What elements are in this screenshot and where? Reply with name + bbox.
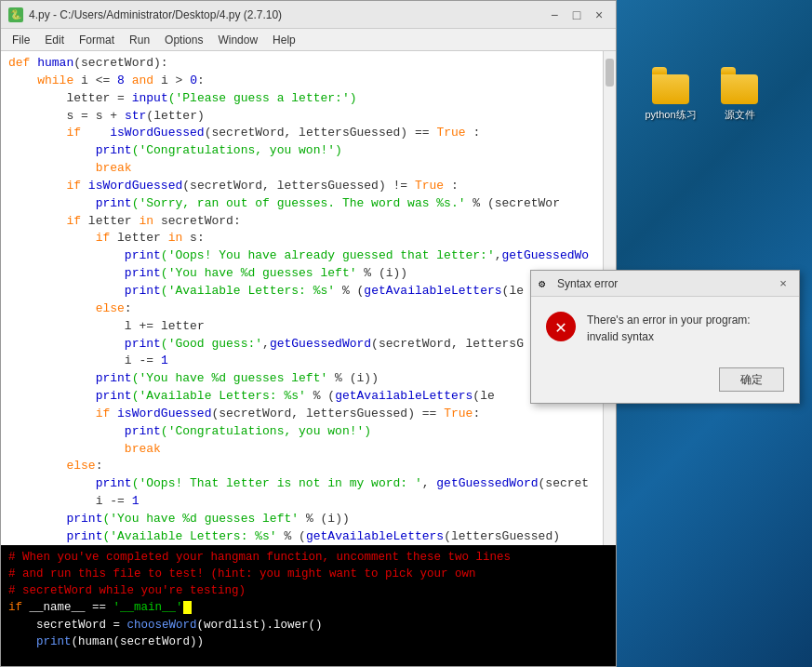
dialog-close-button[interactable]: × <box>775 275 792 292</box>
desktop-icon-python[interactable]: python练习 <box>638 74 703 122</box>
code-content[interactable]: def human(secretWord): while i <= 8 and … <box>1 51 603 545</box>
code-line-13: print('You have %d guesses left' % (i)) <box>8 265 595 283</box>
code-line-3: letter = input('Please guess a letter:') <box>8 90 595 108</box>
close-button[interactable]: × <box>590 6 608 24</box>
dialog-body: ✕ There's an error in your program: inva… <box>531 297 799 360</box>
scrollbar-thumb[interactable] <box>606 59 614 87</box>
dialog-message-line1: There's an error in your program: <box>587 313 751 327</box>
bottom-code-area: # When you've completed your hangman fun… <box>1 545 616 666</box>
minimize-button[interactable]: − <box>545 6 564 24</box>
menu-file[interactable]: File <box>5 32 37 48</box>
code-line-20: print('Available Letters: %s' % (getAvai… <box>8 388 595 406</box>
error-icon: ✕ <box>546 312 576 341</box>
code-line-27: print('You have %d guesses left' % (i)) <box>8 511 595 528</box>
code-line-23: break <box>8 441 595 459</box>
code-line-25: print('Oops! That letter is not in my wo… <box>8 475 595 493</box>
code-line-24: else: <box>8 458 595 475</box>
code-line-8: if isWordGuessed(secretWord, lettersGues… <box>8 178 595 195</box>
bottom-line-3: # secretWord while you're testing) <box>8 582 608 599</box>
code-line-26: i -= 1 <box>8 493 595 511</box>
code-line-21: if isWordGuessed(secretWord, lettersGues… <box>8 406 595 423</box>
code-line-9: print('Sorry, ran out of guesses. The wo… <box>8 195 595 213</box>
folder-icon-2 <box>721 74 758 104</box>
code-line-10: if letter in secretWord: <box>8 213 595 231</box>
error-icon-symbol: ✕ <box>555 315 566 339</box>
menu-run[interactable]: Run <box>122 32 157 48</box>
code-line-6: print('Congratulations, you won!') <box>8 142 595 160</box>
bottom-line-1: # When you've completed your hangman fun… <box>8 549 608 566</box>
window-controls: − □ × <box>545 6 608 24</box>
dialog-message: There's an error in your program: invali… <box>587 312 751 345</box>
editor-window: 🐍 4.py - C:/Users/Administrator/Desktop/… <box>0 0 617 667</box>
code-line-18: i -= 1 <box>8 353 595 370</box>
bottom-line-2: # and run this file to test! (hint: you … <box>8 566 608 582</box>
title-bar: 🐍 4.py - C:/Users/Administrator/Desktop/… <box>1 1 616 29</box>
syntax-error-dialog: ⚙ Syntax error × ✕ There's an error in y… <box>530 270 800 404</box>
desktop-icon-source[interactable]: 源文件 <box>707 74 772 122</box>
code-line-5: if isWordGuessed(secretWord, lettersGues… <box>8 125 595 142</box>
code-line-1: def human(secretWord): <box>8 55 595 73</box>
dialog-title-text: Syntax error <box>557 277 775 290</box>
bottom-line-4: if __name__ == '__main__': <box>8 599 608 616</box>
maximize-button[interactable]: □ <box>567 6 586 24</box>
code-line-16: l += letter <box>8 318 595 336</box>
menu-help[interactable]: Help <box>265 32 303 48</box>
menu-format[interactable]: Format <box>72 32 122 48</box>
window-title: 4.py - C:/Users/Administrator/Desktop/4.… <box>29 8 545 21</box>
menu-window[interactable]: Window <box>210 32 265 48</box>
code-line-4: s = s + str(letter) <box>8 108 595 126</box>
dialog-title-bar: ⚙ Syntax error × <box>531 271 799 297</box>
bottom-line-5: secretWord = chooseWord(wordlist).lower(… <box>8 617 608 634</box>
code-line-7: break <box>8 160 595 178</box>
menu-edit[interactable]: Edit <box>37 32 72 48</box>
code-line-12: print('Oops! You have already guessed th… <box>8 247 595 265</box>
desktop-icon-label-2: 源文件 <box>725 108 755 122</box>
dialog-title-icon: ⚙ <box>539 277 552 290</box>
code-line-28: print('Available Letters: %s' % (getAvai… <box>8 528 595 545</box>
code-line-15: else: <box>8 300 595 318</box>
dialog-message-line2: invalid syntax <box>587 330 654 343</box>
folder-icon <box>652 74 689 104</box>
dialog-ok-button[interactable]: 确定 <box>719 367 784 392</box>
code-line-17: print('Good guess:',getGuessedWord(secre… <box>8 336 595 354</box>
bottom-line-6: print(human(secretWord)) <box>8 634 608 650</box>
desktop-icon-label: python练习 <box>645 108 696 122</box>
code-line-11: if letter in s: <box>8 230 595 247</box>
menu-options[interactable]: Options <box>157 32 210 48</box>
code-line-22: print('Congratulations, you won!') <box>8 423 595 441</box>
dialog-footer: 确定 <box>531 360 799 403</box>
app-icon: 🐍 <box>8 7 23 22</box>
menu-bar: File Edit Format Run Options Window Help <box>1 29 616 51</box>
code-line-2: while i <= 8 and i > 0: <box>8 73 595 90</box>
code-area[interactable]: def human(secretWord): while i <= 8 and … <box>1 51 616 545</box>
code-line-14: print('Available Letters: %s' % (getAvai… <box>8 283 595 300</box>
code-line-19: print('You have %d guesses left' % (i)) <box>8 370 595 388</box>
